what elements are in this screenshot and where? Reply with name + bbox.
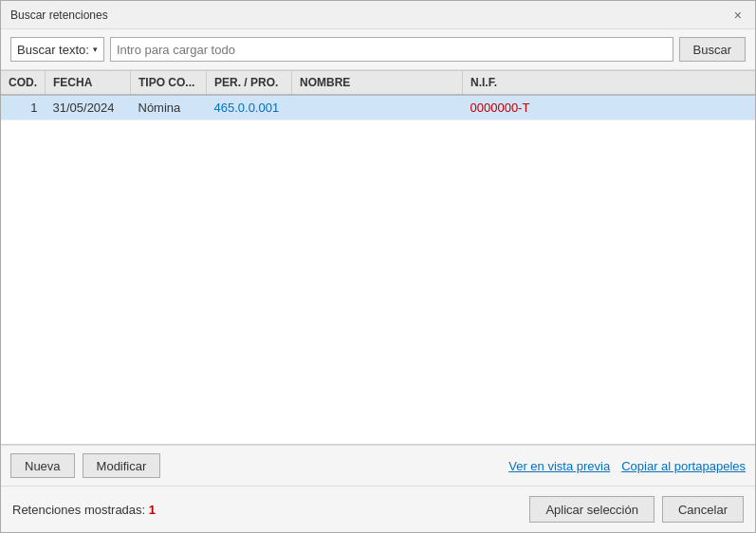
cell-nombre [292,95,463,120]
col-header-nombre[interactable]: NOMBRE [292,71,463,95]
search-type-dropdown[interactable]: Buscar texto: ▾ [10,37,104,62]
table-body: 131/05/2024Nómina465.0.0.0010000000-T [1,95,755,120]
retenciones-count: 1 [149,503,156,517]
title-bar: Buscar retenciones × [1,1,755,29]
close-button[interactable]: × [730,9,746,22]
retenciones-mostradas: Retenciones mostradas: 1 [12,503,156,517]
col-header-fecha[interactable]: FECHA [46,71,131,95]
cell-cod: 1 [1,95,46,120]
dialog-title: Buscar retenciones [10,9,108,22]
search-bar: Buscar texto: ▾ Buscar [1,29,755,70]
col-header-tipo[interactable]: TIPO CO... [131,71,207,95]
cell-nif: 0000000-T [463,95,756,120]
bottom-bar: Nueva Modificar Ver en vista previa Copi… [1,445,755,486]
footer-buttons: Aplicar selección Cancelar [529,496,744,523]
copiar-portapapeles-button[interactable]: Copiar al portapapeles [621,459,746,473]
cell-fecha: 31/05/2024 [46,95,131,120]
chevron-down-icon: ▾ [93,45,98,54]
table-header: COD. FECHA TIPO CO... PER. / PRO. NOMBRE… [1,71,755,95]
search-label: Buscar texto: [17,43,89,57]
search-input[interactable] [110,37,673,62]
col-header-cod[interactable]: COD. [1,71,46,95]
cancelar-button[interactable]: Cancelar [662,496,744,523]
cell-tipo: Nómina [131,95,207,120]
cell-per: 465.0.0.001 [207,95,292,120]
link-area: Ver en vista previa Copiar al portapapel… [168,459,746,473]
footer-bar: Retenciones mostradas: 1 Aplicar selecci… [1,486,755,532]
results-table: COD. FECHA TIPO CO... PER. / PRO. NOMBRE… [1,71,755,120]
aplicar-seleccion-button[interactable]: Aplicar selección [529,496,655,523]
results-table-area: COD. FECHA TIPO CO... PER. / PRO. NOMBRE… [1,70,755,445]
ver-vista-previa-button[interactable]: Ver en vista previa [508,459,610,473]
retenciones-label: Retenciones mostradas: [12,503,145,517]
col-header-nif[interactable]: N.I.F. [463,71,756,95]
modificar-button[interactable]: Modificar [83,453,161,478]
col-header-per[interactable]: PER. / PRO. [207,71,292,95]
table-row[interactable]: 131/05/2024Nómina465.0.0.0010000000-T [1,95,755,120]
dialog-buscar-retenciones: Buscar retenciones × Buscar texto: ▾ Bus… [0,0,756,533]
nueva-button[interactable]: Nueva [10,453,75,478]
buscar-button[interactable]: Buscar [679,37,746,62]
